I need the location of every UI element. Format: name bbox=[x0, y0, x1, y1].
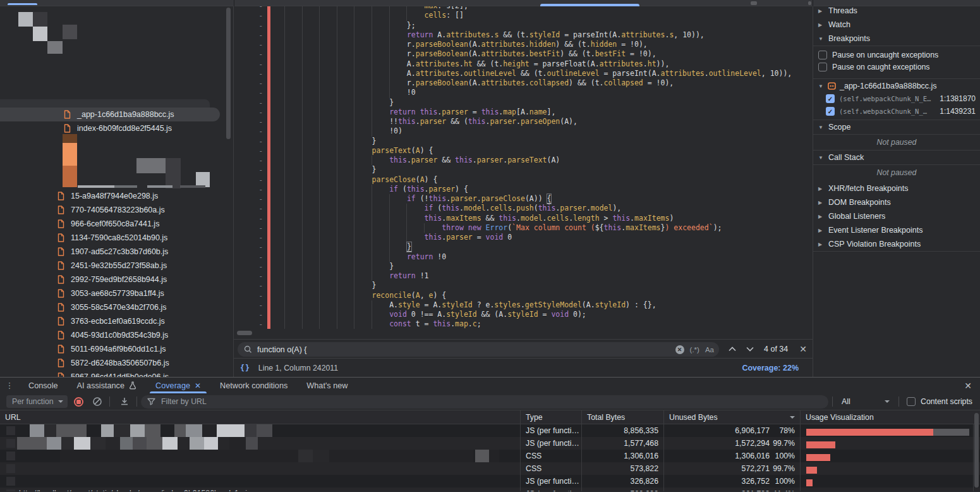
drawer-menu-icon[interactable]: ⋮ bbox=[0, 381, 19, 390]
code-line[interactable]: this.parser = void 0 bbox=[284, 233, 792, 242]
code-line[interactable]: return this.parser = this.map[A.name], bbox=[284, 108, 792, 117]
section-global-listeners[interactable]: ▶Global Listeners bbox=[813, 209, 980, 223]
pretty-print-icon[interactable]: {} bbox=[240, 364, 250, 372]
section-watch[interactable]: ▶Watch bbox=[813, 18, 980, 32]
file-item[interactable]: 966-6cef0f650c8a7441.js bbox=[0, 217, 234, 231]
search-next-button[interactable] bbox=[741, 341, 759, 357]
file-item[interactable]: 3763-ecbc1ef0a619ccdc.js bbox=[0, 314, 234, 328]
drawer-tab-coverage[interactable]: Coverage✕ bbox=[146, 378, 210, 393]
file-item[interactable]: 15-a9a48f7944e0e298.js bbox=[0, 189, 234, 203]
coverage-table-row[interactable]: CSS1,306,0161,306,016100% bbox=[0, 450, 980, 462]
file-item[interactable]: 5872-d6248ba3506507b6.js bbox=[0, 356, 234, 370]
code-line[interactable]: }; bbox=[284, 21, 792, 30]
code-line[interactable]: const t = this.map.c; bbox=[284, 319, 792, 329]
code-line[interactable]: if (this.model.cells.push(this.parser.mo… bbox=[284, 204, 792, 213]
code-line[interactable]: return !1 bbox=[284, 271, 792, 281]
export-coverage-button[interactable] bbox=[116, 394, 133, 409]
search-input[interactable]: function o(A) { ✕ (.*) Aa bbox=[238, 342, 719, 357]
column-header-total-bytes[interactable]: Total Bytes bbox=[582, 410, 664, 424]
coverage-mode-select[interactable]: Per function bbox=[6, 395, 68, 408]
match-case-toggle[interactable]: Aa bbox=[705, 346, 714, 354]
coverage-table-row[interactable]: JS (per functi…8,856,3356,906,17778% bbox=[0, 424, 980, 437]
code-line[interactable]: this.parser && this.parser.parseText(A) bbox=[284, 156, 792, 165]
code-line[interactable]: } bbox=[284, 242, 792, 252]
code-line[interactable]: !!this.parser && (this.parser.parseOpen(… bbox=[284, 117, 792, 126]
code-area[interactable]: ---------------------------------- max: … bbox=[234, 6, 813, 329]
column-header-url[interactable]: URL bbox=[0, 410, 521, 424]
code-line[interactable]: A.attributes.ht && (t.height = parseFloa… bbox=[284, 59, 792, 69]
coverage-table-row[interactable]: JS (per functi…326,826326,752100% bbox=[0, 475, 980, 488]
coverage-type-select[interactable]: All bbox=[837, 397, 895, 406]
navigator-scrollbar[interactable] bbox=[226, 8, 231, 139]
code-line[interactable]: r.parseBoolean(A.attributes.collapsed) &… bbox=[284, 78, 792, 88]
content-scripts-checkbox[interactable] bbox=[907, 397, 916, 406]
drawer-tab-what-s-new[interactable]: What's new bbox=[297, 378, 357, 393]
drawer-tab-network-conditions[interactable]: Network conditions bbox=[210, 378, 297, 393]
coverage-table-row[interactable]: JS (per functi…1,577,4681,572,29499.7% bbox=[0, 437, 980, 450]
file-item[interactable]: 4045-93d1c0b9d354c3b9.js bbox=[0, 328, 234, 342]
scrollbar-thumb[interactable] bbox=[974, 413, 979, 488]
code-line[interactable]: } bbox=[284, 98, 792, 108]
coverage-table-row[interactable]: CSS573,822572,27199.7% bbox=[0, 462, 980, 475]
drawer-tab-console[interactable]: Console bbox=[19, 378, 68, 393]
pause-caught-row[interactable]: Pause on caught exceptions bbox=[813, 61, 980, 73]
drawer-scrollbar[interactable] bbox=[974, 412, 979, 491]
clear-search-icon[interactable]: ✕ bbox=[675, 345, 684, 354]
section-threads[interactable]: ▶Threads bbox=[813, 6, 980, 18]
file-item[interactable]: 770-740564783223b60a.js bbox=[0, 203, 234, 217]
file-item[interactable]: 1134-7590ca8c52014b90.js bbox=[0, 231, 234, 245]
file-item[interactable]: 3053-ae68c57739ba1ff4.js bbox=[0, 286, 234, 300]
pause-uncaught-row[interactable]: Pause on uncaught exceptions bbox=[813, 49, 980, 61]
breakpoint-checkbox[interactable]: ✓ bbox=[826, 107, 835, 116]
code-line[interactable]: parseText(A) { bbox=[284, 146, 792, 156]
editor-horizontal-scrollbar[interactable] bbox=[234, 329, 813, 339]
code-line[interactable]: cells: [] bbox=[284, 11, 792, 20]
code-line[interactable]: void 0 !== A.styleId && (A.styleId = voi… bbox=[284, 310, 792, 319]
file-item[interactable]: 2992-759ed9bf2658b944.js bbox=[0, 273, 234, 286]
file-item[interactable]: 5967-96cd41dd5b0ede06.js bbox=[0, 370, 234, 377]
section-dom-breakpoints[interactable]: ▶DOM Breakpoints bbox=[813, 195, 980, 209]
code-line[interactable]: return A.attributes.s && (t.styleId = pa… bbox=[284, 30, 792, 40]
section-xhr-breakpoints[interactable]: ▶XHR/fetch Breakpoints bbox=[813, 181, 980, 195]
search-previous-button[interactable] bbox=[723, 341, 741, 357]
code-line[interactable]: this.maxItems && this.model.cells.length… bbox=[284, 214, 792, 223]
close-tab-icon[interactable]: ✕ bbox=[195, 381, 201, 390]
code-line[interactable]: throw new Error(`Max column count (${thi… bbox=[284, 223, 792, 233]
code-line[interactable]: } bbox=[284, 281, 792, 290]
breakpoint-checkbox[interactable]: ✓ bbox=[826, 94, 835, 103]
clear-coverage-button[interactable] bbox=[89, 394, 106, 409]
section-csp-breakpoints[interactable]: ▶CSP Violation Breakpoints bbox=[813, 237, 980, 251]
pause-uncaught-checkbox[interactable] bbox=[818, 51, 827, 59]
code-line[interactable]: r.parseBoolean(A.attributes.bestFit) && … bbox=[284, 49, 792, 59]
coverage-link[interactable]: Coverage: 22% bbox=[742, 364, 799, 372]
section-event-listener-breakpoints[interactable]: ▶Event Listener Breakpoints bbox=[813, 223, 980, 237]
code-line[interactable]: r.parseBoolean(A.attributes.hidden) && (… bbox=[284, 40, 792, 49]
file-item[interactable]: 3055-58c5470e34b2f706.js bbox=[0, 300, 234, 314]
code-line[interactable]: A.attributes.outlineLevel && (t.outlineL… bbox=[284, 69, 792, 78]
column-header-unused-bytes[interactable]: Unused Bytes bbox=[664, 410, 801, 424]
code-line[interactable]: } bbox=[284, 137, 792, 146]
drawer-tab-ai-assistance[interactable]: AI assistance bbox=[68, 378, 146, 393]
regex-toggle[interactable]: (.*) bbox=[690, 346, 699, 354]
code-line[interactable]: parseClose(A) { bbox=[284, 175, 792, 185]
code-line[interactable]: if (!this.parser.parseClose(A)) { bbox=[284, 194, 792, 204]
close-drawer-icon[interactable]: ✕ bbox=[960, 378, 976, 393]
file-item-selected[interactable]: _app-1c66d1ba9a888bcc.js bbox=[0, 108, 220, 121]
tab-overflow-icon[interactable] bbox=[751, 1, 757, 5]
code-line[interactable]: if (this.parser) { bbox=[284, 185, 792, 194]
close-search-icon[interactable]: ✕ bbox=[794, 344, 812, 354]
section-call-stack[interactable]: ▼Call Stack bbox=[813, 151, 980, 164]
code-line[interactable]: max: s[2], bbox=[284, 6, 792, 11]
code-line[interactable]: A.style = A.styleId ? e.styles.getStyleM… bbox=[284, 300, 792, 310]
section-scope[interactable]: ▼Scope bbox=[813, 120, 980, 134]
content-scripts-row[interactable]: Content scripts bbox=[903, 397, 972, 406]
file-item[interactable]: 5011-6994a6f9b60dd1c1.js bbox=[0, 342, 234, 356]
filter-by-url-input[interactable]: Filter by URL bbox=[141, 395, 828, 409]
section-breakpoints[interactable]: ▼Breakpoints bbox=[813, 32, 980, 46]
code-line[interactable]: return !0 bbox=[284, 252, 792, 262]
more-options-icon[interactable] bbox=[808, 1, 811, 5]
column-header-type[interactable]: Type bbox=[521, 410, 582, 424]
pause-caught-checkbox[interactable] bbox=[818, 63, 827, 71]
breakpoint-entry[interactable]: ✓(self.webpackChunk_N_…1:1439231 bbox=[813, 105, 980, 118]
file-item[interactable]: 2451-9e32b55d273f58ab.js bbox=[0, 259, 234, 273]
